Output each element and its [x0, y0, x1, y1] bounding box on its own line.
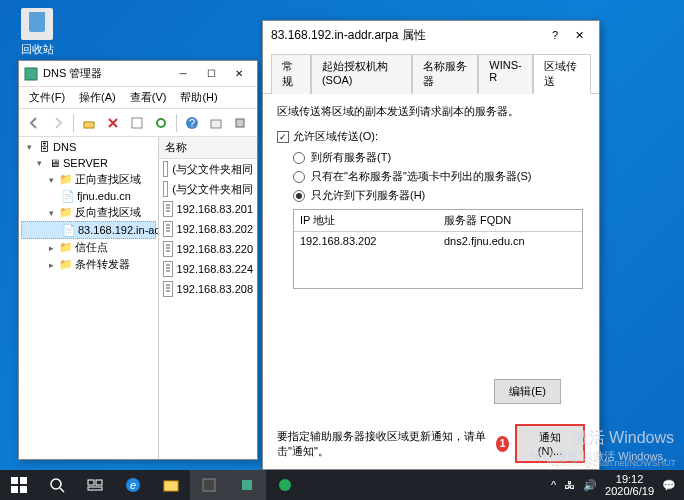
- forward-button[interactable]: [47, 112, 69, 134]
- up-button[interactable]: [78, 112, 100, 134]
- svg-rect-0: [25, 68, 37, 80]
- back-button[interactable]: [23, 112, 45, 134]
- server-icon: 🖥: [47, 156, 61, 170]
- radio-only-list[interactable]: 只允许到下列服务器(H): [293, 188, 585, 203]
- sound-icon[interactable]: 🔊: [583, 479, 597, 492]
- tab-zone-transfer[interactable]: 区域传送: [533, 54, 591, 94]
- tree-fwd-item[interactable]: 📄fjnu.edu.cn: [21, 188, 156, 204]
- dialog-body: 区域传送将区域的副本发送到请求副本的服务器。 ✓ 允许区域传送(O): 到所有服…: [263, 94, 599, 414]
- list-item[interactable]: 192.168.83.224: [159, 259, 257, 279]
- search-button[interactable]: [38, 470, 76, 500]
- menu-action[interactable]: 操作(A): [73, 88, 122, 107]
- dns-manager-window: DNS 管理器 ─ ☐ ✕ 文件(F) 操作(A) 查看(V) 帮助(H) ? …: [18, 60, 258, 460]
- checkbox-icon: ✓: [277, 131, 289, 143]
- svg-rect-1: [84, 122, 94, 128]
- record-icon: [163, 221, 173, 237]
- task-view-button[interactable]: [76, 470, 114, 500]
- list-item[interactable]: 192.168.83.220: [159, 239, 257, 259]
- csdn-watermark: https://blog.csdn.net/NOWSHUT: [546, 458, 676, 468]
- tree-trust[interactable]: ▸📁信任点: [21, 239, 156, 256]
- tray-up-icon[interactable]: ^: [551, 479, 556, 491]
- list-header[interactable]: 名称: [159, 137, 257, 159]
- tree-fwd-zone[interactable]: ▾📁正向查找区域: [21, 171, 156, 188]
- dns-icon: 🗄: [37, 140, 51, 154]
- tree-rev-zone[interactable]: ▾📁反向查找区域: [21, 204, 156, 221]
- explorer-button[interactable]: [152, 470, 190, 500]
- menu-file[interactable]: 文件(F): [23, 88, 71, 107]
- notifications-icon[interactable]: 💬: [662, 479, 676, 492]
- record-icon: [163, 281, 173, 297]
- server-manager-button[interactable]: [190, 470, 228, 500]
- taskbar: e ^ 🖧 🔊 19:12 2020/6/19 💬: [0, 470, 684, 500]
- svg-rect-7: [236, 119, 244, 127]
- col-ip: IP 地址: [294, 210, 438, 231]
- tool-btn-1[interactable]: [205, 112, 227, 134]
- dialog-title: 83.168.192.in-addr.arpa 属性: [271, 27, 543, 44]
- radio-icon: [293, 171, 305, 183]
- dns-app-icon: [23, 66, 39, 82]
- tab-general[interactable]: 常规: [271, 54, 311, 94]
- svg-line-13: [60, 488, 64, 492]
- tree-cond[interactable]: ▸📁条件转发器: [21, 256, 156, 273]
- recycle-bin-label: 回收站: [12, 42, 62, 57]
- radio-icon: [293, 152, 305, 164]
- svg-rect-15: [96, 480, 102, 485]
- svg-point-12: [51, 479, 61, 489]
- tab-soa[interactable]: 起始授权机构(SOA): [311, 54, 412, 94]
- dns-taskbar-button[interactable]: [228, 470, 266, 500]
- recycle-bin[interactable]: 回收站: [12, 8, 62, 57]
- svg-text:e: e: [130, 479, 136, 491]
- svg-rect-10: [11, 486, 18, 493]
- list-item[interactable]: 192.168.83.202: [159, 219, 257, 239]
- properties-button[interactable]: [126, 112, 148, 134]
- menu-help[interactable]: 帮助(H): [174, 88, 223, 107]
- zone-icon: 📄: [61, 189, 75, 203]
- start-button[interactable]: [0, 470, 38, 500]
- tree-rev-item[interactable]: 📄83.168.192.in-addr.a: [21, 221, 156, 239]
- menubar: 文件(F) 操作(A) 查看(V) 帮助(H): [19, 87, 257, 109]
- menu-view[interactable]: 查看(V): [124, 88, 173, 107]
- app-button[interactable]: [266, 470, 304, 500]
- list-panel: 名称 (与父文件夹相同 (与父文件夹相同 192.168.83.201 192.…: [159, 137, 257, 459]
- dialog-titlebar[interactable]: 83.168.192.in-addr.arpa 属性 ? ✕: [263, 21, 599, 49]
- close-icon[interactable]: ✕: [567, 29, 591, 42]
- allow-transfer-checkbox[interactable]: ✓ 允许区域传送(O):: [277, 129, 585, 144]
- tab-ns[interactable]: 名称服务器: [412, 54, 479, 94]
- tree-server[interactable]: ▾🖥SERVER: [21, 155, 156, 171]
- properties-dialog: 83.168.192.in-addr.arpa 属性 ? ✕ 常规 起始授权机构…: [262, 20, 600, 470]
- list-item[interactable]: 192.168.83.208: [159, 279, 257, 299]
- edit-button[interactable]: 编辑(E): [494, 379, 561, 404]
- svg-rect-8: [11, 477, 18, 484]
- record-icon: [163, 161, 168, 177]
- desc-text: 区域传送将区域的副本发送到请求副本的服务器。: [277, 104, 585, 119]
- dns-titlebar[interactable]: DNS 管理器 ─ ☐ ✕: [19, 61, 257, 87]
- minimize-button[interactable]: ─: [169, 64, 197, 84]
- radio-ns-tab[interactable]: 只有在"名称服务器"选项卡中列出的服务器(S): [293, 169, 585, 184]
- help-button[interactable]: ?: [181, 112, 203, 134]
- record-icon: [163, 241, 173, 257]
- system-tray[interactable]: ^ 🖧 🔊 19:12 2020/6/19 💬: [543, 473, 684, 497]
- svg-rect-2: [132, 118, 142, 128]
- record-icon: [163, 261, 173, 277]
- list-item[interactable]: 192.168.83.201: [159, 199, 257, 219]
- toolbar: ?: [19, 109, 257, 137]
- maximize-button[interactable]: ☐: [197, 64, 225, 84]
- radio-all-servers[interactable]: 到所有服务器(T): [293, 150, 585, 165]
- close-button[interactable]: ✕: [225, 64, 253, 84]
- server-table[interactable]: IP 地址 服务器 FQDN 192.168.83.202 dns2.fjnu.…: [293, 209, 583, 289]
- network-icon[interactable]: 🖧: [564, 479, 575, 491]
- list-item[interactable]: (与父文件夹相同: [159, 159, 257, 179]
- folder-icon: 📁: [59, 241, 73, 255]
- delete-button[interactable]: [102, 112, 124, 134]
- tool-btn-2[interactable]: [229, 112, 251, 134]
- tab-wins[interactable]: WINS-R: [478, 54, 533, 94]
- record-icon: [163, 181, 168, 197]
- tree-panel: ▾🗄DNS ▾🖥SERVER ▾📁正向查找区域 📄fjnu.edu.cn ▾📁反…: [19, 137, 159, 459]
- tree-dns-root[interactable]: ▾🗄DNS: [21, 139, 156, 155]
- table-row[interactable]: 192.168.83.202 dns2.fjnu.edu.cn: [294, 232, 582, 250]
- list-item[interactable]: (与父文件夹相同: [159, 179, 257, 199]
- help-icon[interactable]: ?: [543, 29, 567, 41]
- dns-title: DNS 管理器: [43, 66, 169, 81]
- refresh-button[interactable]: [150, 112, 172, 134]
- ie-button[interactable]: e: [114, 470, 152, 500]
